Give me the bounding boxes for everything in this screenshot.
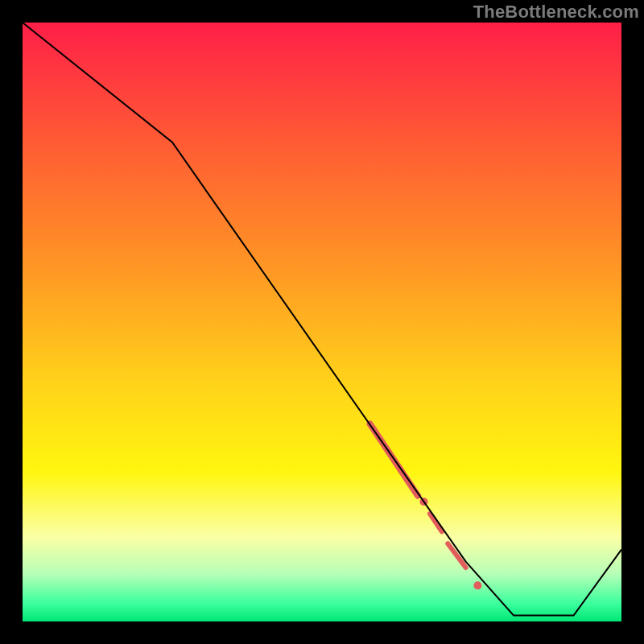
chart-frame: TheBottleneck.com	[0, 0, 644, 644]
chart-highlight-point	[473, 581, 481, 589]
chart-background-gradient	[23, 23, 621, 621]
chart-svg	[23, 23, 621, 621]
chart-plot-area	[23, 23, 621, 621]
watermark-text: TheBottleneck.com	[473, 2, 639, 23]
